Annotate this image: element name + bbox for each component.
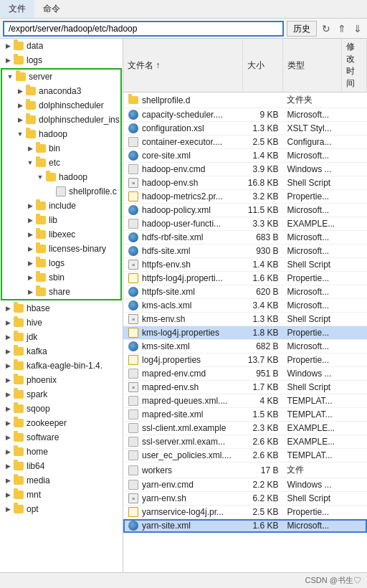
col-header-size[interactable]: 大小 — [242, 39, 282, 93]
table-row[interactable]: configuration.xsl1.3 KBXSLT Styl... — [123, 122, 367, 136]
address-input[interactable] — [3, 21, 284, 37]
table-row[interactable]: capacity-scheduler....9 KBMicrosoft... — [123, 108, 367, 122]
tree-item-libexec[interactable]: ▶libexec — [2, 227, 120, 242]
tree-item-etc[interactable]: ▼etc — [2, 156, 120, 170]
table-row[interactable]: core-site.xml1.4 KBMicrosoft... — [123, 149, 367, 163]
tree-expand-bin: ▶ — [25, 145, 35, 152]
file-name-text: yarn-site.xml — [142, 521, 191, 531]
tree-item-anaconda3[interactable]: ▶anaconda3 — [2, 84, 120, 98]
table-row[interactable]: ≡httpfs-env.sh1.4 KBShell Script — [123, 258, 367, 272]
tree-item-sqoop[interactable]: ▶sqoop — [0, 402, 123, 416]
tree-item-licenses-binary[interactable]: ▶licenses-binary — [2, 242, 120, 256]
file-type-icon — [128, 328, 139, 338]
tree-item-bin[interactable]: ▶bin — [2, 141, 120, 156]
refresh-icon[interactable]: ↻ — [320, 22, 333, 35]
tree-item-shellprofile[interactable]: shellprofile.c — [2, 184, 120, 199]
table-row[interactable]: ≡kms-env.sh1.3 KBShell Script — [123, 313, 367, 326]
table-row[interactable]: user_ec_policies.xml....2.6 KBTEMPLAT... — [123, 449, 367, 463]
table-row[interactable]: kms-log4j.properties1.8 KBPropertie... — [123, 326, 367, 340]
tree-item-lib64[interactable]: ▶lib64 — [0, 459, 123, 473]
tree-item-hive[interactable]: ▶hive — [0, 316, 123, 330]
tree-item-home[interactable]: ▶home — [0, 445, 123, 459]
table-row[interactable]: yarnservice-log4j.pr...2.5 KBPropertie..… — [123, 506, 367, 519]
table-row[interactable]: ≡hadoop-env.sh16.8 KBShell Script — [123, 176, 367, 190]
tree-item-data[interactable]: ▶data — [0, 39, 123, 53]
file-type: Microsoft... — [282, 231, 341, 245]
table-row[interactable]: hadoop-user-functi...3.3 KBEXAMPLE... — [123, 217, 367, 231]
tree-item-kafka-eagle-bin-1.4[interactable]: ▶kafka-eagle-bin-1.4. — [0, 359, 123, 373]
table-row[interactable]: ≡mapred-env.sh1.7 KBShell Script — [123, 381, 367, 394]
file-name-text: ssl-server.xml.exam... — [142, 437, 225, 447]
file-name-text: hadoop-policy.xml — [142, 205, 211, 215]
file-type-icon — [128, 300, 139, 310]
col-header-type[interactable]: 类型 — [282, 39, 341, 93]
tree-label-lib: lib — [49, 215, 57, 225]
tree-label-home: home — [27, 447, 48, 457]
file-date — [341, 449, 366, 463]
folder-icon-home — [13, 446, 24, 457]
table-row[interactable]: httpfs-site.xml620 BMicrosoft... — [123, 285, 367, 299]
folder-icon-sbin — [35, 272, 47, 283]
file-size: 1.6 KB — [242, 272, 282, 285]
download-icon[interactable]: ⇓ — [351, 22, 364, 35]
tree-item-hbase[interactable]: ▶hbase — [0, 301, 123, 316]
file-type-icon — [128, 246, 139, 256]
upload-icon[interactable]: ⇑ — [335, 22, 348, 35]
history-button[interactable]: 历史 — [287, 21, 317, 37]
tree-item-dolphinscheduler[interactable]: ▶dolphinscheduler — [2, 98, 120, 113]
col-header-date[interactable]: 修改时间 — [341, 39, 366, 93]
table-row[interactable]: httpfs-log4j.properti...1.6 KBPropertie.… — [123, 272, 367, 285]
table-row[interactable]: kms-acls.xml3.4 KBMicrosoft... — [123, 299, 367, 313]
tree-item-opt[interactable]: ▶opt — [0, 502, 123, 516]
tree-item-sbin[interactable]: ▶sbin — [2, 270, 120, 285]
table-row[interactable]: hdfs-rbf-site.xml683 BMicrosoft... — [123, 231, 367, 245]
table-row[interactable]: hdfs-site.xml930 BMicrosoft... — [123, 245, 367, 258]
table-row[interactable]: yarn-env.cmd2.2 KBWindows ... — [123, 478, 367, 492]
tree-item-hadoop[interactable]: ▼hadoop — [2, 127, 120, 141]
file-type-icon — [128, 110, 139, 120]
table-row[interactable]: kms-site.xml682 BMicrosoft... — [123, 340, 367, 354]
table-row[interactable]: shellprofile.d文件夹 — [123, 93, 367, 108]
table-row[interactable]: mapred-env.cmd951 BWindows ... — [123, 367, 367, 381]
tree-item-spark[interactable]: ▶spark — [0, 387, 123, 402]
tree-item-kafka[interactable]: ▶kafka — [0, 344, 123, 359]
table-row[interactable]: ssl-client.xml.example2.3 KBEXAMPLE... — [123, 422, 367, 435]
table-row[interactable]: yarn-site.xml1.6 KBMicrosoft... — [123, 519, 367, 533]
table-row[interactable]: log4j.properties13.7 KBPropertie... — [123, 354, 367, 367]
tree-item-hadoop_sub[interactable]: ▼hadoop — [2, 170, 120, 184]
menu-command[interactable]: 命令 — [34, 0, 69, 18]
table-row[interactable]: ≡yarn-env.sh6.2 KBShell Script — [123, 492, 367, 506]
file-type-icon — [128, 409, 139, 419]
tree-item-mnt[interactable]: ▶mnt — [0, 488, 123, 502]
tree-item-zookeeper[interactable]: ▶zookeeper — [0, 416, 123, 430]
tree-item-logs[interactable]: ▶logs — [0, 53, 123, 67]
table-row[interactable]: mapred-queues.xml....4 KBTEMPLAT... — [123, 394, 367, 408]
table-row[interactable]: ssl-server.xml.exam...2.6 KBEXAMPLE... — [123, 435, 367, 449]
tree-item-phoenix[interactable]: ▶phoenix — [0, 373, 123, 387]
tree-item-software[interactable]: ▶software — [0, 430, 123, 445]
file-name-text: configuration.xsl — [142, 123, 204, 133]
table-row[interactable]: hadoop-env.cmd3.9 KBWindows ... — [123, 163, 367, 176]
table-row[interactable]: mapred-site.xml1.5 KBTEMPLAT... — [123, 408, 367, 422]
tree-item-lib[interactable]: ▶lib — [2, 213, 120, 227]
tree-item-include[interactable]: ▶include — [2, 199, 120, 213]
tree-item-logs2[interactable]: ▶logs — [2, 256, 120, 270]
file-date — [341, 506, 366, 519]
tree-label-include: include — [49, 201, 76, 211]
tree-item-dolphinscheduler_ins[interactable]: ▶dolphinscheduler_ins — [2, 113, 120, 127]
file-size: 6.2 KB — [242, 492, 282, 506]
table-row[interactable]: workers17 B文件 — [123, 463, 367, 478]
tree-item-share[interactable]: ▶share — [2, 285, 120, 299]
col-header-name[interactable]: 文件名 ↑ — [123, 39, 242, 93]
table-row[interactable]: hadoop-metrics2.pr...3.2 KBPropertie... — [123, 190, 367, 204]
tree-expand-hive: ▶ — [3, 319, 13, 326]
table-row[interactable]: container-executor....2.5 KBConfigura... — [123, 136, 367, 149]
tree-item-jdk[interactable]: ▶jdk — [0, 330, 123, 344]
file-size: 2.5 KB — [242, 506, 282, 519]
file-date — [341, 285, 366, 299]
menu-file[interactable]: 文件 — [0, 0, 34, 18]
file-name-cell: mapred-queues.xml.... — [123, 394, 242, 408]
tree-item-server[interactable]: ▼server — [2, 70, 120, 84]
table-row[interactable]: hadoop-policy.xml11.5 KBMicrosoft... — [123, 204, 367, 217]
tree-item-media[interactable]: ▶media — [0, 473, 123, 488]
